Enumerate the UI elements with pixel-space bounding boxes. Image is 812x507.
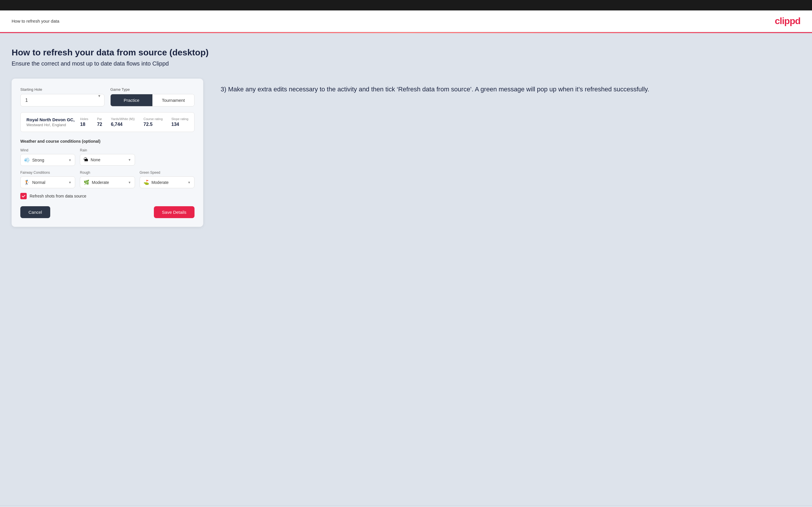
wind-arrow: ▼ [68, 158, 71, 162]
green-speed-label: Green Speed [140, 171, 195, 175]
fairway-value: Normal [32, 180, 68, 185]
main-content: How to refresh your data from source (de… [0, 33, 812, 505]
rain-label: Rain [80, 148, 135, 152]
starting-hole-wrapper: 1 10 ▼ [20, 94, 104, 106]
yards-value: 6,744 [111, 122, 122, 127]
rough-group: Rough 🌿 Moderate ▼ [80, 171, 135, 188]
side-instructions: 3) Make any extra edits necessary to the… [221, 78, 800, 94]
fairway-group: Fairway Conditions 🏌 Normal ▼ [20, 171, 75, 188]
holes-label: Holes [80, 117, 88, 121]
course-info-box: Royal North Devon GC, Westward Ho!, Engl… [20, 112, 195, 132]
top-bar [0, 0, 812, 10]
header: How to refresh your data clippd [0, 10, 812, 32]
refresh-checkbox[interactable] [20, 193, 27, 199]
fairway-rough-green-row: Fairway Conditions 🏌 Normal ▼ Rough 🌿 Mo… [20, 171, 195, 188]
course-rating-value: 72.5 [143, 122, 152, 127]
slope-rating-stat: Slope rating 134 [171, 117, 189, 127]
fairway-icon: 🏌 [24, 179, 30, 185]
yards-stat: Yards/White (M)) 6,744 [111, 117, 135, 127]
fairway-arrow: ▼ [68, 181, 71, 184]
practice-button[interactable]: Practice [111, 94, 152, 106]
form-top-row: Starting Hole 1 10 ▼ Game Type Practice … [20, 87, 195, 106]
wind-group: Wind 💨 Strong ▼ [20, 148, 75, 166]
course-rating-stat: Course rating 72.5 [143, 117, 163, 127]
rain-group: Rain 🌦 None ▼ [80, 148, 135, 166]
form-card: Starting Hole 1 10 ▼ Game Type Practice … [12, 78, 203, 227]
game-type-label: Game Type [110, 87, 195, 92]
fairway-label: Fairway Conditions [20, 171, 75, 175]
rough-icon: 🌿 [84, 179, 89, 185]
weather-section-title: Weather and course conditions (optional) [20, 139, 195, 144]
rain-value: None [91, 158, 128, 162]
rain-icon: 🌦 [84, 157, 88, 162]
par-stat: Par 72 [97, 117, 102, 127]
wind-select[interactable]: 💨 Strong ▼ [20, 154, 75, 166]
course-stats: Holes 18 Par 72 Yards/White (M)) 6,744 [80, 117, 189, 127]
rough-arrow: ▼ [128, 181, 131, 184]
rain-arrow: ▼ [128, 158, 131, 162]
starting-hole-label: Starting Hole [20, 87, 104, 92]
page-heading: How to refresh your data from source (de… [12, 48, 800, 57]
course-name-group: Royal North Devon GC, Westward Ho!, Engl… [27, 117, 74, 127]
footer: Copyright Clippd 2022 [0, 505, 812, 507]
save-button[interactable]: Save Details [154, 206, 195, 218]
content-area: Starting Hole 1 10 ▼ Game Type Practice … [12, 78, 800, 227]
form-actions: Cancel Save Details [20, 206, 195, 218]
green-speed-value: Moderate [152, 180, 188, 185]
refresh-label: Refresh shots from data source [30, 194, 86, 199]
page-subheading: Ensure the correct and most up to date d… [12, 60, 800, 67]
game-type-group: Game Type Practice Tournament [110, 87, 195, 106]
refresh-checkbox-row: Refresh shots from data source [20, 193, 195, 199]
course-info-header: Royal North Devon GC, Westward Ho!, Engl… [27, 117, 189, 127]
wind-label: Wind [20, 148, 75, 152]
cancel-button[interactable]: Cancel [20, 206, 50, 218]
course-location: Westward Ho!, England [27, 123, 74, 127]
rough-label: Rough [80, 171, 135, 175]
holes-stat: Holes 18 [80, 117, 88, 127]
tournament-button[interactable]: Tournament [152, 94, 194, 106]
slope-rating-value: 134 [171, 122, 179, 127]
par-label: Par [97, 117, 102, 121]
rough-value: Moderate [92, 180, 128, 185]
checkmark-icon [21, 194, 26, 198]
fairway-select[interactable]: 🏌 Normal ▼ [20, 176, 75, 188]
wind-rain-row: Wind 💨 Strong ▼ Rain 🌦 None ▼ [20, 148, 195, 166]
par-value: 72 [97, 122, 102, 127]
course-name: Royal North Devon GC, [27, 117, 74, 122]
yards-label: Yards/White (M)) [111, 117, 135, 121]
spacer-group [140, 148, 195, 166]
holes-value: 18 [80, 122, 85, 127]
game-type-buttons: Practice Tournament [110, 94, 195, 106]
green-speed-group: Green Speed ⛳ Moderate ▼ [140, 171, 195, 188]
header-title: How to refresh your data [12, 18, 59, 23]
slope-rating-label: Slope rating [171, 117, 189, 121]
rain-select[interactable]: 🌦 None ▼ [80, 154, 135, 166]
wind-icon: 💨 [24, 157, 30, 163]
wind-value: Strong [32, 158, 68, 162]
green-speed-arrow: ▼ [188, 181, 191, 184]
logo: clippd [775, 16, 800, 26]
instruction-text: 3) Make any extra edits necessary to the… [221, 84, 800, 94]
course-rating-label: Course rating [143, 117, 163, 121]
green-speed-select[interactable]: ⛳ Moderate ▼ [140, 176, 195, 188]
green-speed-icon: ⛳ [143, 179, 149, 185]
starting-hole-select[interactable]: 1 10 [20, 94, 104, 106]
starting-hole-group: Starting Hole 1 10 ▼ [20, 87, 104, 106]
rough-select[interactable]: 🌿 Moderate ▼ [80, 176, 135, 188]
